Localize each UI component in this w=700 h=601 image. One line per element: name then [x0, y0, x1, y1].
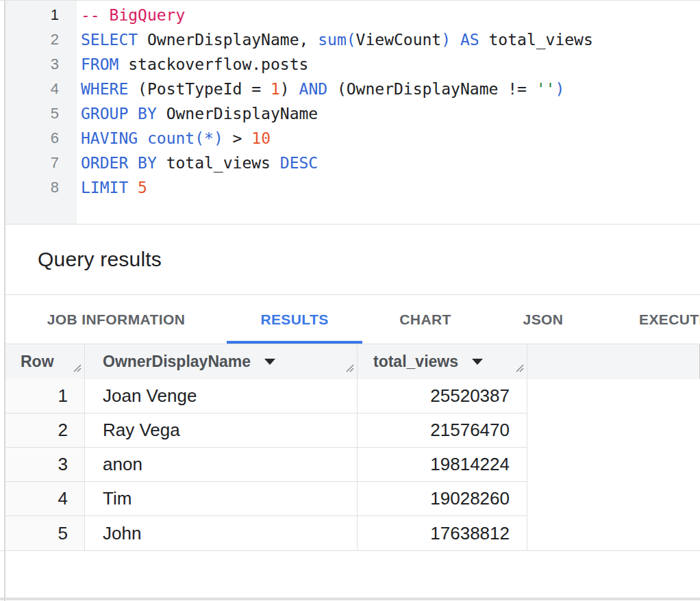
total-views-cell: 19028260	[358, 482, 527, 515]
sql-token-kw: AS	[460, 31, 479, 49]
sql-token-kw: GROUP BY	[81, 105, 157, 123]
table-bottom-divider	[0, 550, 700, 551]
sql-token-kw: count(*)	[147, 129, 223, 147]
sql-token-num: 1	[271, 80, 280, 98]
row-number-cell: 2	[5, 413, 85, 447]
sql-token-comment: -- BigQuery	[81, 6, 185, 24]
sql-token-kw: )	[555, 80, 564, 98]
bottom-border-strip	[0, 598, 700, 600]
sql-token-str: ''	[536, 80, 555, 98]
sql-token-kw: SELECT	[81, 31, 138, 49]
total-views-cell: 17638812	[358, 516, 527, 550]
row-number-cell: 5	[5, 516, 85, 550]
owner-display-name-cell: Tim	[85, 482, 358, 515]
sql-token-plain: (OwnerDisplayName !=	[327, 80, 536, 98]
sql-token-kw: AND	[299, 80, 328, 98]
column-header-empty	[527, 344, 700, 379]
tab-executi[interactable]: EXECUTI	[598, 295, 700, 344]
sql-token-plain: total_views	[157, 154, 280, 172]
sql-token-kw: DESC	[280, 154, 318, 172]
line-number: 5	[5, 101, 59, 126]
row-number-cell: 1	[5, 379, 85, 413]
sql-token-plain: OwnerDisplayName	[157, 105, 318, 123]
line-number: 2	[5, 27, 59, 52]
sql-token-kw: WHERE	[81, 80, 128, 98]
owner-display-name-cell: Ray Vega	[85, 413, 358, 447]
column-header-ownerdisplayname: OwnerDisplayName	[85, 344, 358, 379]
sql-token-plain: OwnerDisplayName,	[138, 31, 318, 49]
sql-token-plain: (PostTypeId =	[128, 80, 271, 98]
row-number-cell: 3	[5, 448, 85, 481]
total-views-cell: 21576470	[358, 413, 527, 447]
line-number: 1	[5, 3, 59, 27]
tab-job-information[interactable]: JOB INFORMATION	[5, 295, 227, 344]
column-resize-grip-icon[interactable]	[514, 359, 525, 377]
column-resize-grip-icon[interactable]	[345, 359, 355, 377]
line-number-gutter: 12345678	[5, 1, 77, 224]
sql-token-plain	[451, 31, 460, 49]
sort-dropdown-icon[interactable]	[264, 359, 275, 365]
code-line-2[interactable]: SELECT OwnerDisplayName, sum(ViewCount) …	[81, 27, 700, 52]
sql-token-plain: >	[223, 129, 252, 147]
owner-display-name-cell: John	[85, 516, 358, 550]
sql-token-num: 5	[138, 179, 147, 196]
table-row: 3anon19814224	[5, 448, 527, 482]
results-table-body: 1Joan Venge255203872Ray Vega215764703ano…	[5, 379, 700, 550]
panel-left-border	[4, 1, 5, 601]
results-table-header: RowOwnerDisplayNametotal_views	[5, 344, 700, 379]
column-header-total_views: total_views	[358, 344, 527, 379]
line-number: 4	[5, 77, 59, 101]
results-tab-bar: JOB INFORMATIONRESULTSCHARTJSONEXECUTI	[5, 295, 700, 344]
column-label: OwnerDisplayName	[103, 353, 251, 371]
table-row: 2Ray Vega21576470	[5, 413, 527, 448]
total-views-cell: 19814224	[358, 448, 527, 481]
bigquery-query-results-panel: 12345678 -- BigQuerySELECT OwnerDisplayN…	[0, 0, 700, 601]
sql-token-kw: LIMIT	[81, 179, 128, 196]
table-row: 1Joan Venge25520387	[5, 379, 527, 413]
sql-token-kw: )	[441, 31, 451, 49]
column-resize-grip-icon[interactable]	[72, 359, 82, 377]
sql-token-kw: HAVING	[81, 129, 138, 147]
query-results-header: Query results	[5, 225, 700, 295]
owner-display-name-cell: anon	[85, 448, 358, 481]
code-line-6[interactable]: HAVING count(*) > 10	[81, 126, 700, 151]
code-line-1[interactable]: -- BigQuery	[81, 3, 700, 27]
table-row: 4Tim19028260	[5, 482, 527, 516]
total-views-cell: 25520387	[358, 379, 527, 413]
code-line-8[interactable]: LIMIT 5	[81, 175, 700, 200]
row-number-cell: 4	[5, 482, 85, 515]
owner-display-name-cell: Joan Venge	[85, 379, 358, 413]
column-header-row: Row	[5, 344, 85, 379]
sort-dropdown-icon[interactable]	[472, 359, 483, 365]
line-number: 8	[5, 175, 59, 200]
line-number: 3	[5, 52, 59, 77]
code-line-4[interactable]: WHERE (PostTypeId = 1) AND (OwnerDisplay…	[81, 77, 700, 101]
sql-code-area[interactable]: -- BigQuerySELECT OwnerDisplayName, sum(…	[77, 1, 700, 224]
sql-token-plain	[138, 129, 147, 147]
sql-token-kw: ORDER BY	[81, 154, 157, 172]
sql-token-num: 10	[251, 129, 271, 147]
sql-token-kw: FROM	[81, 55, 118, 73]
sql-editor[interactable]: 12345678 -- BigQuerySELECT OwnerDisplayN…	[5, 1, 700, 225]
code-line-5[interactable]: GROUP BY OwnerDisplayName	[81, 101, 700, 126]
page-title: Query results	[38, 248, 162, 271]
sql-token-plain: total_views	[479, 31, 593, 49]
table-row: 5John17638812	[5, 516, 527, 550]
line-number: 6	[5, 126, 59, 151]
sql-token-plain: ViewCount	[356, 31, 442, 49]
sql-token-plain: )	[280, 80, 299, 98]
line-number: 7	[5, 151, 59, 175]
column-label: total_views	[373, 353, 458, 371]
tab-chart[interactable]: CHART	[362, 295, 488, 344]
column-label: Row	[21, 353, 54, 371]
sql-token-plain	[128, 179, 138, 196]
sql-token-kw: sum(	[318, 31, 355, 49]
code-line-3[interactable]: FROM stackoverflow.posts	[81, 52, 700, 77]
tab-json[interactable]: JSON	[488, 295, 598, 344]
tab-results[interactable]: RESULTS	[227, 295, 362, 344]
code-line-7[interactable]: ORDER BY total_views DESC	[81, 151, 700, 175]
sql-token-plain: stackoverflow.posts	[118, 55, 308, 73]
